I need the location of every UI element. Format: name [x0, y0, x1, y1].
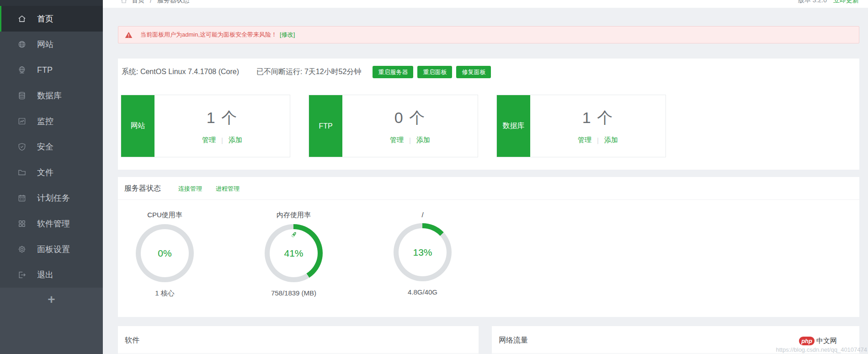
ftp-manage-link[interactable]: 管理 — [390, 136, 404, 145]
disk-gauge-ring: 13% — [394, 223, 452, 281]
sidebar-item-settings[interactable]: 面板设置 — [0, 236, 103, 262]
add-shortcut-button[interactable]: + — [48, 293, 55, 306]
logout-icon — [17, 270, 27, 279]
watermark-site-text: 中文网 — [816, 337, 837, 345]
cpu-gauge-detail: 1 核心 — [118, 289, 212, 298]
server-status-title: 服务器状态 — [124, 184, 161, 193]
software-panel-title: 软件 — [118, 326, 479, 354]
breadcrumb-current: 服务器状态 — [157, 0, 189, 5]
website-count: 1 个 — [207, 107, 238, 129]
sidebar-item-monitor[interactable]: 监控 — [0, 108, 103, 134]
sidebar-item-cron[interactable]: 计划任务 — [0, 185, 103, 211]
sidebar-item-label: 首页 — [37, 13, 53, 24]
website-manage-link[interactable]: 管理 — [202, 136, 216, 145]
grid-icon — [17, 219, 27, 228]
topbar: 首页 / 服务器状态 版本 3.2.0 立即更新 — [103, 0, 868, 8]
sidebar-item-label: 文件 — [37, 167, 53, 178]
connection-manage-link[interactable]: 连接管理 — [178, 185, 202, 193]
ftp-add-link[interactable]: 添加 — [416, 136, 430, 145]
website-card-tag: 网站 — [121, 95, 154, 157]
sidebar-item-label: FTP — [37, 65, 53, 75]
sidebar-item-logout[interactable]: 退出 — [0, 262, 103, 288]
update-now-link[interactable]: 立即更新 — [833, 0, 859, 5]
breadcrumb-separator: / — [150, 0, 152, 4]
disk-gauge-block: / 13% 4.8G/40G — [376, 211, 469, 298]
sidebar: 首页 网站 FTP 数据库 监控 安全 文件 计划任务 — [0, 0, 103, 354]
globe-icon — [17, 40, 27, 49]
ftp-card-tag: FTP — [309, 95, 342, 157]
database-stat-card: 数据库 1 个 管理 | 添加 — [496, 95, 666, 157]
memory-gauge-value: 41% — [265, 224, 323, 282]
restart-panel-button[interactable]: 重启面板 — [417, 66, 452, 78]
breadcrumb-home[interactable]: 首页 — [132, 0, 144, 5]
server-status-panel: 服务器状态 连接管理 进程管理 CPU使用率 0% 1 核心 内存使用率 41%… — [118, 177, 859, 317]
website-add-link[interactable]: 添加 — [229, 136, 242, 145]
sidebar-item-home[interactable]: 首页 — [0, 6, 103, 32]
database-icon — [17, 91, 27, 100]
memory-gauge-ring: 41% — [265, 224, 323, 282]
sidebar-item-label: 安全 — [37, 141, 53, 152]
sidebar-item-label: 网站 — [37, 39, 53, 50]
sidebar-item-label: 软件管理 — [37, 218, 70, 229]
sidebar-item-security[interactable]: 安全 — [0, 134, 103, 160]
system-panel: 系统: CentOS Linux 7.4.1708 (Core) 已不间断运行:… — [118, 59, 859, 170]
cpu-gauge-title: CPU使用率 — [118, 211, 212, 220]
disk-gauge-detail: 4.8G/40G — [376, 288, 469, 296]
home-icon — [17, 14, 27, 23]
stat-cards-row: 网站 1 个 管理 | 添加 FTP 0 个 管理 | — [121, 95, 857, 157]
sidebar-item-files[interactable]: 文件 — [0, 160, 103, 185]
folder-icon — [17, 168, 27, 177]
main-content: 首页 / 服务器状态 版本 3.2.0 立即更新 当前面板用户为admin,这可… — [103, 0, 868, 354]
sidebar-item-ftp[interactable]: FTP — [0, 57, 103, 83]
database-add-link[interactable]: 添加 — [604, 136, 618, 145]
watermark-url: https://blog.csdn.net/qq_40107474 — [776, 346, 868, 353]
repair-panel-button[interactable]: 修复面板 — [456, 66, 491, 78]
ftp-stat-card: FTP 0 个 管理 | 添加 — [309, 95, 478, 157]
cpu-gauge-ring: 0% — [136, 224, 194, 282]
ftp-count: 0 个 — [394, 107, 426, 129]
sidebar-item-label: 退出 — [37, 269, 53, 280]
database-card-tag: 数据库 — [497, 95, 530, 157]
memory-gauge-block: 内存使用率 41% 758/1839 (MB) — [247, 211, 341, 298]
warning-icon — [125, 31, 133, 39]
sidebar-item-label: 计划任务 — [37, 193, 70, 204]
breadcrumb-home-icon — [120, 0, 128, 4]
sidebar-menu: 首页 网站 FTP 数据库 监控 安全 文件 计划任务 — [0, 6, 103, 288]
disk-gauge-title: / — [376, 211, 469, 219]
sidebar-item-website[interactable]: 网站 — [0, 32, 103, 57]
modify-user-link[interactable]: [修改] — [280, 31, 295, 39]
shield-icon — [17, 142, 27, 151]
sidebar-item-database[interactable]: 数据库 — [0, 83, 103, 108]
memory-gauge-title: 内存使用率 — [247, 211, 341, 220]
admin-warning-banner: 当前面板用户为admin,这可能为面板安全带来风险！ [修改] — [118, 26, 859, 43]
sidebar-item-label: 数据库 — [37, 90, 62, 101]
uptime-label: 已不间断运行: 7天12小时52分钟 — [256, 67, 361, 77]
sidebar-item-software[interactable]: 软件管理 — [0, 211, 103, 236]
php-logo: php — [799, 337, 815, 345]
sidebar-logo-strip — [0, 0, 103, 6]
database-count: 1 个 — [582, 107, 613, 129]
divider: | — [597, 136, 599, 144]
gauges-row: CPU使用率 0% 1 核心 内存使用率 41% 758/1839 (MB) /… — [118, 200, 859, 298]
software-panel: 软件 — [118, 326, 479, 354]
database-manage-link[interactable]: 管理 — [578, 136, 591, 145]
gear-icon — [17, 245, 27, 254]
memory-gauge-detail: 758/1839 (MB) — [247, 289, 341, 297]
version-label: 版本 3.2.0 — [798, 0, 827, 5]
calendar-icon — [17, 193, 27, 203]
sidebar-item-label: 面板设置 — [37, 244, 70, 255]
cpu-gauge-block: CPU使用率 0% 1 核心 — [118, 211, 212, 298]
sidebar-item-label: 监控 — [37, 116, 53, 127]
website-stat-card: 网站 1 个 管理 | 添加 — [121, 95, 290, 157]
warning-text: 当前面板用户为admin,这可能为面板安全带来风险！ — [140, 31, 277, 39]
disk-gauge-value: 13% — [394, 223, 452, 281]
cpu-gauge-value: 0% — [136, 224, 194, 282]
watermark: php 中文网 https://blog.csdn.net/qq_4010747… — [776, 337, 868, 353]
bottom-panels-row: 软件 网络流量 — [118, 326, 859, 354]
ftp-icon — [17, 65, 27, 75]
divider: | — [221, 136, 223, 144]
monitor-icon — [17, 117, 27, 126]
process-manage-link[interactable]: 进程管理 — [216, 185, 240, 193]
os-label: 系统: CentOS Linux 7.4.1708 (Core) — [122, 67, 239, 77]
restart-server-button[interactable]: 重启服务器 — [373, 66, 413, 78]
